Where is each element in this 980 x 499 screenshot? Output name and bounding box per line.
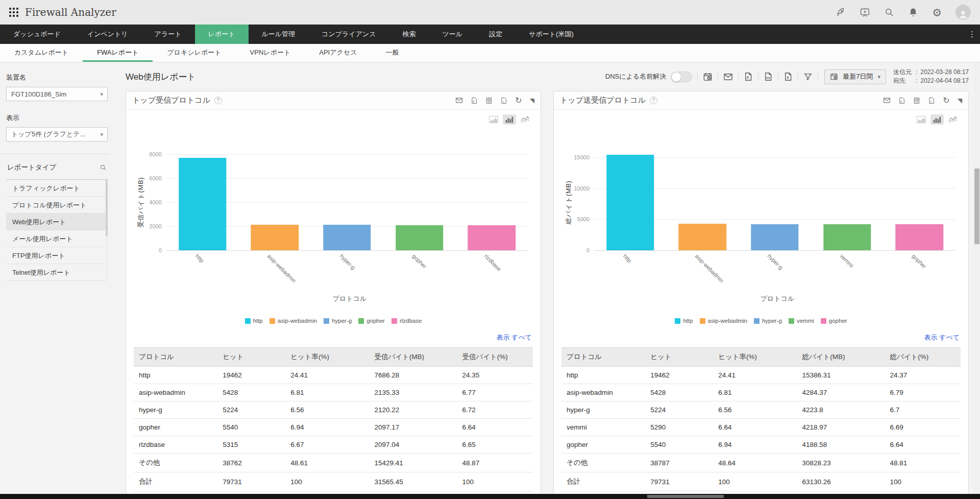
- report-type-telnet-usage[interactable]: Telnet使用レポート: [6, 264, 108, 281]
- legend-item-http[interactable]: http: [245, 318, 263, 324]
- area-chart-icon[interactable]: [915, 114, 928, 125]
- email-icon[interactable]: [723, 72, 733, 82]
- bar-hyper-g[interactable]: [323, 225, 371, 250]
- export-excel-icon[interactable]: x: [500, 97, 507, 104]
- export-pdf-icon[interactable]: A: [898, 97, 905, 104]
- nav-item-dashboard[interactable]: ダッシュボード: [0, 25, 74, 44]
- subnav-item-general[interactable]: 一般: [371, 44, 413, 62]
- legend-item-http[interactable]: http: [675, 318, 693, 324]
- line-chart-icon[interactable]: [519, 114, 532, 125]
- bar-chart-icon[interactable]: [930, 114, 944, 125]
- legend-item-asip-webadmin[interactable]: asip-webadmin: [700, 318, 747, 324]
- legend-item-hyper-g[interactable]: hyper-g: [324, 318, 352, 324]
- bar-asip-webadmin[interactable]: [251, 225, 299, 250]
- expand-icon[interactable]: ◥: [530, 98, 534, 104]
- nav-item-alert[interactable]: アラート: [141, 25, 195, 44]
- legend-item-gopher[interactable]: gopher: [358, 318, 385, 324]
- report-type-web-usage[interactable]: Web使用レポート: [6, 213, 108, 230]
- subnav-item-vpn-report[interactable]: VPNレポート: [236, 44, 305, 62]
- bar-rlzdbase[interactable]: [468, 225, 515, 250]
- filter-icon[interactable]: [803, 72, 813, 81]
- horizontal-scrollbar-thumb[interactable]: [647, 495, 724, 498]
- bar-http[interactable]: [179, 158, 226, 250]
- subnav-item-custom-report[interactable]: カスタムレポート: [0, 44, 83, 62]
- legend-item-vemmi[interactable]: vemmi: [789, 318, 814, 324]
- email-icon[interactable]: [455, 97, 463, 104]
- subnav-item-proxy-report[interactable]: プロキシレポート: [153, 44, 235, 62]
- protocol-link-hyper-g[interactable]: hyper-g: [561, 401, 645, 419]
- export-excel-icon[interactable]: x: [928, 97, 935, 104]
- bar-asip-webadmin[interactable]: [679, 224, 726, 250]
- search-icon[interactable]: [100, 164, 107, 171]
- show-all-link[interactable]: 表示 すべて: [562, 333, 960, 342]
- export-csv-icon[interactable]: [913, 97, 920, 104]
- help-icon[interactable]: ?: [650, 97, 657, 104]
- export-pdf-icon[interactable]: A: [471, 97, 478, 104]
- nav-item-report[interactable]: レポート: [195, 25, 249, 44]
- nav-item-support[interactable]: サポート(米国): [516, 25, 587, 44]
- bar-http[interactable]: [606, 155, 654, 250]
- refresh-icon[interactable]: ↻: [943, 97, 949, 105]
- protocol-link-hyper-g[interactable]: hyper-g: [134, 401, 217, 419]
- export-excel-icon[interactable]: x: [783, 72, 793, 81]
- report-type-ftp-usage[interactable]: FTP使用レポート: [6, 247, 108, 264]
- period-select[interactable]: 最新7日間 ▾: [824, 69, 886, 84]
- protocol-link-gopher[interactable]: gopher: [561, 436, 645, 454]
- nav-item-tools[interactable]: ツール: [429, 25, 476, 44]
- legend-item-asip-webadmin[interactable]: asip-webadmin: [270, 318, 317, 324]
- app-launcher-icon[interactable]: [9, 8, 18, 17]
- display-select[interactable]: トップ5件 (グラフとテ... ▾: [6, 127, 108, 141]
- demo-presentation-icon[interactable]: [860, 7, 870, 18]
- dns-toggle[interactable]: [671, 72, 692, 82]
- bar-chart-icon[interactable]: [503, 114, 516, 125]
- bar-hyper-g[interactable]: [751, 224, 798, 250]
- schedule-calendar-icon[interactable]: [703, 72, 713, 82]
- nav-item-rule-management[interactable]: ルール管理: [249, 25, 309, 44]
- report-type-protocol-usage[interactable]: プロトコル使用レポート: [6, 197, 108, 213]
- report-type-traffic[interactable]: トラフィックレポート: [6, 180, 108, 197]
- nav-overflow-icon[interactable]: ⋮: [968, 25, 976, 44]
- vertical-scrollbar[interactable]: [974, 62, 980, 494]
- legend-item-rlzdbase[interactable]: rlzdbase: [391, 318, 422, 324]
- legend-item-hyper-g[interactable]: hyper-g: [754, 318, 782, 324]
- notification-bell-icon[interactable]: [908, 7, 918, 17]
- bar-vemmi[interactable]: [823, 224, 871, 250]
- chart-type-switcher: [561, 110, 961, 125]
- bar-gopher[interactable]: [396, 225, 443, 250]
- area-chart-icon[interactable]: [487, 114, 500, 125]
- protocol-link-http[interactable]: http: [134, 367, 217, 384]
- nav-item-compliance[interactable]: コンプライアンス: [308, 25, 389, 44]
- help-icon[interactable]: ?: [214, 97, 222, 104]
- protocol-link-http[interactable]: http: [561, 367, 645, 384]
- bar-gopher[interactable]: [895, 224, 943, 250]
- expand-icon[interactable]: ◥: [958, 98, 962, 104]
- nav-item-settings[interactable]: 設定: [476, 25, 516, 44]
- vertical-scrollbar-thumb[interactable]: [974, 169, 979, 244]
- export-csv-icon[interactable]: csv: [764, 72, 773, 81]
- subnav-item-api-access[interactable]: APIアクセス: [305, 44, 371, 62]
- protocol-link-vemmi[interactable]: vemmi: [561, 419, 645, 436]
- user-avatar[interactable]: [955, 5, 971, 20]
- protocol-link-asip-webadmin[interactable]: asip-webadmin: [561, 384, 645, 401]
- show-all-link[interactable]: 表示 すべて: [135, 333, 532, 342]
- list-scrollbar[interactable]: [106, 180, 108, 281]
- refresh-icon[interactable]: ↻: [515, 97, 522, 105]
- export-pdf-icon[interactable]: A: [744, 72, 753, 81]
- protocol-link-asip-webadmin[interactable]: asip-webadmin: [134, 384, 217, 401]
- table-cell: その他: [561, 454, 645, 472]
- line-chart-icon[interactable]: [946, 114, 960, 125]
- gear-icon[interactable]: ⚙: [932, 7, 942, 18]
- device-select[interactable]: FGT100D186_Sim ▾: [6, 87, 108, 101]
- nav-item-inventory[interactable]: インベントリ: [74, 25, 141, 44]
- protocol-link-gopher[interactable]: gopher: [134, 419, 217, 436]
- protocol-link-rlzdbase[interactable]: rlzdbase: [134, 436, 217, 454]
- subnav-item-fwa-report[interactable]: FWAレポート: [83, 44, 153, 62]
- horizontal-scrollbar[interactable]: [0, 494, 980, 499]
- getting-started-rocket-icon[interactable]: [836, 7, 846, 17]
- legend-item-gopher[interactable]: gopher: [821, 318, 847, 324]
- nav-item-search[interactable]: 検索: [389, 25, 429, 44]
- report-type-mail-usage[interactable]: メール使用レポート: [6, 230, 108, 247]
- search-icon[interactable]: [884, 7, 894, 17]
- email-icon[interactable]: [883, 97, 891, 104]
- export-csv-icon[interactable]: [485, 97, 493, 104]
